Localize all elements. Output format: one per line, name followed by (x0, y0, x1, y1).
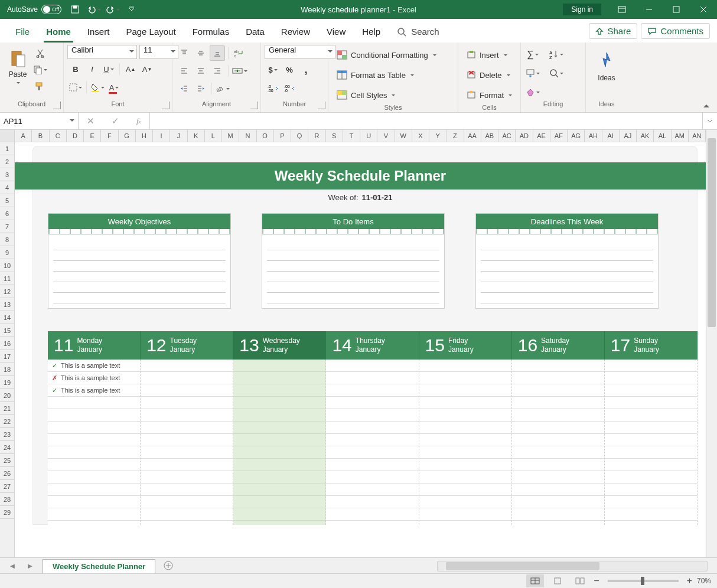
wrap-text-button[interactable]: abc (232, 45, 247, 61)
paste-button[interactable]: Paste (4, 45, 31, 88)
font-size-combo[interactable]: 11 (139, 45, 178, 59)
column-header[interactable]: K (188, 130, 205, 142)
format-painter-button[interactable] (32, 79, 48, 94)
cells-area[interactable]: Weekly Schedule Planner Week of:11-01-21… (15, 142, 706, 557)
clipboard-dialog-launcher[interactable] (53, 102, 61, 109)
orientation-button[interactable]: ab (215, 81, 230, 96)
maximize-button[interactable] (663, 0, 690, 19)
column-header[interactable]: T (343, 130, 360, 142)
column-header[interactable]: X (412, 130, 429, 142)
tab-insert[interactable]: Insert (79, 21, 118, 43)
tab-review[interactable]: Review (273, 21, 318, 43)
column-header[interactable]: AM (672, 130, 689, 142)
collapse-ribbon-button[interactable] (700, 100, 712, 110)
row-header[interactable]: 23 (0, 428, 14, 441)
row-header[interactable]: 29 (0, 506, 14, 519)
day-column[interactable] (326, 360, 419, 525)
alignment-dialog-launcher[interactable] (250, 102, 258, 109)
sheet-nav-next-icon[interactable]: ► (27, 561, 34, 570)
formula-input[interactable] (150, 113, 702, 129)
column-header[interactable]: H (136, 130, 153, 142)
row-header[interactable]: 21 (0, 402, 14, 415)
enter-formula-icon[interactable]: ✓ (112, 116, 119, 126)
comma-format-button[interactable]: , (298, 62, 314, 77)
page-break-view-button[interactable] (571, 574, 589, 587)
schedule-entry[interactable]: ✓This is a sample text (50, 384, 138, 396)
sheet-tab-active[interactable]: Weekly Schedule Planner (43, 559, 155, 573)
find-select-button[interactable] (549, 66, 564, 81)
column-header[interactable]: AF (550, 130, 568, 142)
autosum-button[interactable]: ∑ (525, 47, 540, 62)
column-header[interactable]: J (170, 130, 187, 142)
column-header[interactable]: L (205, 130, 222, 142)
column-header[interactable]: AK (637, 130, 654, 142)
increase-font-button[interactable]: A▲ (123, 61, 138, 77)
row-header[interactable]: 6 (0, 207, 14, 220)
font-name-combo[interactable]: Calibri (67, 45, 137, 59)
column-header[interactable]: AH (585, 130, 602, 142)
card-weekly-objectives[interactable]: Weekly Objectives (48, 213, 231, 309)
row-header[interactable]: 24 (0, 441, 14, 454)
ideas-button[interactable]: Ideas (593, 45, 620, 88)
row-header[interactable]: 19 (0, 376, 14, 389)
increase-decimal-button[interactable]: .0.00 (265, 81, 281, 96)
merge-center-button[interactable] (232, 63, 248, 79)
column-header[interactable]: S (326, 130, 343, 142)
column-header[interactable]: G (119, 130, 136, 142)
decrease-font-button[interactable]: A▼ (139, 61, 155, 77)
tab-data[interactable]: Data (237, 21, 273, 43)
column-header[interactable]: AI (602, 130, 620, 142)
tell-me-search[interactable]: Search (389, 21, 448, 43)
decrease-decimal-button[interactable]: .00.0 (282, 81, 297, 96)
day-column[interactable] (233, 360, 326, 525)
insert-cells-button[interactable]: Insert (462, 47, 511, 63)
conditional-formatting-button[interactable]: Conditional Formatting (333, 47, 441, 63)
row-header[interactable]: 1 (0, 142, 14, 155)
column-header[interactable]: A (15, 130, 32, 142)
number-format-combo[interactable]: General (265, 45, 335, 59)
column-header[interactable]: E (84, 130, 101, 142)
select-all-corner[interactable] (0, 130, 14, 142)
format-cells-button[interactable]: Format (462, 87, 516, 103)
align-bottom-button[interactable] (210, 45, 225, 61)
column-header[interactable]: AB (481, 130, 498, 142)
name-box[interactable]: AP11 (0, 113, 79, 129)
column-header[interactable]: R (308, 130, 325, 142)
borders-button[interactable] (68, 80, 83, 95)
row-header[interactable]: 8 (0, 233, 14, 246)
column-header[interactable]: AJ (620, 130, 637, 142)
zoom-slider[interactable] (608, 580, 679, 582)
save-icon[interactable] (66, 1, 84, 18)
qat-customize-icon[interactable] (123, 1, 141, 18)
format-as-table-button[interactable]: Format as Table (333, 67, 418, 83)
delete-cells-button[interactable]: Delete (462, 67, 514, 83)
align-right-button[interactable] (210, 63, 225, 79)
row-header[interactable]: 10 (0, 259, 14, 272)
row-header[interactable]: 28 (0, 493, 14, 506)
minimize-button[interactable] (635, 0, 663, 19)
column-header[interactable]: I (153, 130, 170, 142)
column-header[interactable]: D (67, 130, 84, 142)
redo-button[interactable] (104, 1, 122, 18)
align-top-button[interactable] (177, 45, 192, 61)
insert-function-icon[interactable]: fx (136, 116, 141, 126)
align-center-button[interactable] (193, 63, 208, 79)
number-dialog-launcher[interactable] (318, 102, 325, 109)
fill-button[interactable] (525, 66, 540, 81)
tab-home[interactable]: Home (38, 21, 79, 43)
normal-view-button[interactable] (526, 574, 544, 587)
row-headers[interactable]: 1234567891011121314151617181920212223242… (0, 130, 15, 557)
percent-format-button[interactable]: % (282, 62, 297, 77)
copy-button[interactable] (32, 62, 48, 77)
column-header[interactable]: F (101, 130, 118, 142)
align-left-button[interactable] (177, 63, 192, 79)
tab-page-layout[interactable]: Page Layout (118, 21, 184, 43)
zoom-in-button[interactable]: + (687, 576, 692, 586)
share-button[interactable]: Share (589, 23, 637, 39)
row-header[interactable]: 17 (0, 350, 14, 363)
clear-button[interactable] (525, 84, 540, 100)
column-header[interactable]: U (360, 130, 377, 142)
sort-filter-button[interactable]: AZ (549, 47, 564, 62)
column-header[interactable]: O (257, 130, 274, 142)
font-dialog-launcher[interactable] (162, 102, 170, 109)
